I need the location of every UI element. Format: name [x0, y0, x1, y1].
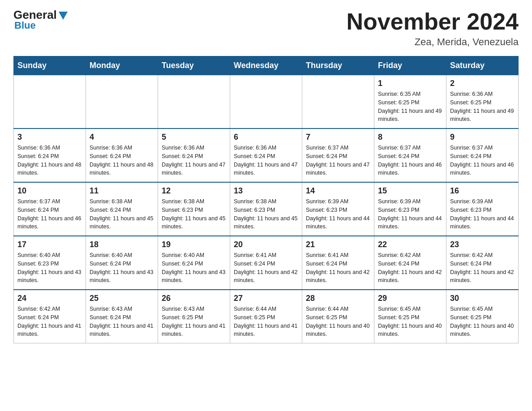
calendar-cell: 3Sunrise: 6:36 AMSunset: 6:24 PMDaylight… [14, 128, 86, 182]
day-header-row: Sunday Monday Tuesday Wednesday Thursday… [14, 56, 519, 75]
day-info: Sunrise: 6:37 AMSunset: 6:24 PMDaylight:… [17, 197, 82, 231]
day-info: Sunrise: 6:38 AMSunset: 6:24 PMDaylight:… [90, 197, 154, 231]
day-number: 6 [234, 133, 298, 142]
calendar-cell: 30Sunrise: 6:45 AMSunset: 6:25 PMDayligh… [446, 290, 519, 343]
day-number: 21 [306, 240, 370, 249]
day-info: Sunrise: 6:35 AMSunset: 6:25 PMDaylight:… [378, 90, 442, 124]
calendar-week-row: 17Sunrise: 6:40 AMSunset: 6:23 PMDayligh… [14, 236, 519, 290]
day-info: Sunrise: 6:45 AMSunset: 6:25 PMDaylight:… [378, 305, 442, 338]
day-number: 4 [90, 133, 154, 142]
calendar-cell: 2Sunrise: 6:36 AMSunset: 6:25 PMDaylight… [446, 75, 519, 129]
day-info: Sunrise: 6:42 AMSunset: 6:24 PMDaylight:… [378, 251, 442, 285]
day-number: 10 [17, 186, 82, 196]
calendar-cell: 10Sunrise: 6:37 AMSunset: 6:24 PMDayligh… [14, 182, 86, 236]
title-block: November 2024 Zea, Merida, Venezuela [347, 9, 519, 48]
day-info: Sunrise: 6:37 AMSunset: 6:24 PMDaylight:… [306, 144, 370, 177]
col-sunday: Sunday [14, 56, 86, 75]
calendar-cell: 25Sunrise: 6:43 AMSunset: 6:24 PMDayligh… [86, 290, 158, 343]
calendar-cell: 4Sunrise: 6:36 AMSunset: 6:24 PMDaylight… [86, 128, 158, 182]
col-friday: Friday [374, 56, 446, 75]
day-info: Sunrise: 6:41 AMSunset: 6:24 PMDaylight:… [234, 251, 298, 285]
calendar-cell: 21Sunrise: 6:41 AMSunset: 6:24 PMDayligh… [302, 236, 374, 290]
day-number: 7 [306, 133, 370, 142]
calendar-cell [86, 75, 158, 129]
day-number: 5 [162, 133, 226, 142]
day-info: Sunrise: 6:44 AMSunset: 6:25 PMDaylight:… [234, 305, 298, 338]
calendar-body: 1Sunrise: 6:35 AMSunset: 6:25 PMDaylight… [14, 75, 519, 343]
day-info: Sunrise: 6:38 AMSunset: 6:23 PMDaylight:… [234, 197, 298, 231]
col-monday: Monday [86, 56, 158, 75]
calendar-table: Sunday Monday Tuesday Wednesday Thursday… [13, 56, 519, 343]
day-info: Sunrise: 6:39 AMSunset: 6:23 PMDaylight:… [378, 197, 442, 231]
calendar-cell: 13Sunrise: 6:38 AMSunset: 6:23 PMDayligh… [230, 182, 302, 236]
calendar-cell: 6Sunrise: 6:36 AMSunset: 6:24 PMDaylight… [230, 128, 302, 182]
calendar-cell: 16Sunrise: 6:39 AMSunset: 6:23 PMDayligh… [446, 182, 519, 236]
day-info: Sunrise: 6:39 AMSunset: 6:23 PMDaylight:… [450, 197, 515, 231]
calendar-week-row: 3Sunrise: 6:36 AMSunset: 6:24 PMDaylight… [14, 128, 519, 182]
day-info: Sunrise: 6:38 AMSunset: 6:23 PMDaylight:… [162, 197, 226, 231]
day-number: 27 [234, 294, 298, 303]
calendar-cell: 15Sunrise: 6:39 AMSunset: 6:23 PMDayligh… [374, 182, 446, 236]
calendar-week-row: 24Sunrise: 6:42 AMSunset: 6:24 PMDayligh… [14, 290, 519, 343]
day-number: 12 [162, 186, 226, 196]
logo-arrow-icon [59, 12, 68, 20]
day-info: Sunrise: 6:43 AMSunset: 6:24 PMDaylight:… [90, 305, 154, 338]
calendar-cell: 11Sunrise: 6:38 AMSunset: 6:24 PMDayligh… [86, 182, 158, 236]
day-number: 22 [378, 240, 442, 249]
calendar-cell [158, 75, 230, 129]
calendar-cell: 14Sunrise: 6:39 AMSunset: 6:23 PMDayligh… [302, 182, 374, 236]
day-number: 18 [90, 240, 154, 249]
col-tuesday: Tuesday [158, 56, 230, 75]
calendar-cell: 8Sunrise: 6:37 AMSunset: 6:24 PMDaylight… [374, 128, 446, 182]
day-info: Sunrise: 6:36 AMSunset: 6:24 PMDaylight:… [90, 144, 154, 177]
day-info: Sunrise: 6:36 AMSunset: 6:25 PMDaylight:… [450, 90, 515, 124]
calendar-cell: 26Sunrise: 6:43 AMSunset: 6:25 PMDayligh… [158, 290, 230, 343]
day-info: Sunrise: 6:40 AMSunset: 6:23 PMDaylight:… [17, 251, 82, 285]
calendar-cell [230, 75, 302, 129]
day-info: Sunrise: 6:43 AMSunset: 6:25 PMDaylight:… [162, 305, 226, 338]
calendar-cell: 17Sunrise: 6:40 AMSunset: 6:23 PMDayligh… [14, 236, 86, 290]
day-number: 25 [90, 294, 154, 303]
calendar-cell: 29Sunrise: 6:45 AMSunset: 6:25 PMDayligh… [374, 290, 446, 343]
calendar-week-row: 10Sunrise: 6:37 AMSunset: 6:24 PMDayligh… [14, 182, 519, 236]
day-info: Sunrise: 6:40 AMSunset: 6:24 PMDaylight:… [90, 251, 154, 285]
month-title: November 2024 [347, 9, 519, 34]
day-number: 17 [17, 240, 82, 249]
logo-general: General [13, 9, 68, 21]
calendar-cell: 22Sunrise: 6:42 AMSunset: 6:24 PMDayligh… [374, 236, 446, 290]
day-info: Sunrise: 6:36 AMSunset: 6:24 PMDaylight:… [17, 144, 82, 177]
calendar-cell [302, 75, 374, 129]
day-number: 3 [17, 133, 82, 142]
day-number: 1 [378, 79, 442, 88]
day-number: 15 [378, 186, 442, 196]
day-number: 23 [450, 240, 515, 249]
day-number: 13 [234, 186, 298, 196]
day-number: 2 [450, 79, 515, 88]
calendar-cell: 19Sunrise: 6:40 AMSunset: 6:24 PMDayligh… [158, 236, 230, 290]
day-info: Sunrise: 6:42 AMSunset: 6:24 PMDaylight:… [17, 305, 82, 338]
calendar-cell: 28Sunrise: 6:44 AMSunset: 6:25 PMDayligh… [302, 290, 374, 343]
day-number: 16 [450, 186, 515, 196]
calendar-cell: 5Sunrise: 6:36 AMSunset: 6:24 PMDaylight… [158, 128, 230, 182]
day-number: 29 [378, 294, 442, 303]
day-info: Sunrise: 6:37 AMSunset: 6:24 PMDaylight:… [378, 144, 442, 177]
day-info: Sunrise: 6:37 AMSunset: 6:24 PMDaylight:… [450, 144, 515, 177]
day-number: 19 [162, 240, 226, 249]
calendar-week-row: 1Sunrise: 6:35 AMSunset: 6:25 PMDaylight… [14, 75, 519, 129]
calendar-cell: 24Sunrise: 6:42 AMSunset: 6:24 PMDayligh… [14, 290, 86, 343]
day-info: Sunrise: 6:36 AMSunset: 6:24 PMDaylight:… [234, 144, 298, 177]
calendar-cell: 7Sunrise: 6:37 AMSunset: 6:24 PMDaylight… [302, 128, 374, 182]
day-info: Sunrise: 6:41 AMSunset: 6:24 PMDaylight:… [306, 251, 370, 285]
calendar-cell: 18Sunrise: 6:40 AMSunset: 6:24 PMDayligh… [86, 236, 158, 290]
calendar-header: Sunday Monday Tuesday Wednesday Thursday… [14, 56, 519, 75]
calendar-cell [14, 75, 86, 129]
col-thursday: Thursday [302, 56, 374, 75]
day-info: Sunrise: 6:36 AMSunset: 6:24 PMDaylight:… [162, 144, 226, 177]
day-info: Sunrise: 6:40 AMSunset: 6:24 PMDaylight:… [162, 251, 226, 285]
day-number: 14 [306, 186, 370, 196]
logo: General Blue [13, 9, 68, 30]
page-header: General Blue November 2024 Zea, Merida, … [13, 9, 519, 48]
calendar-cell: 23Sunrise: 6:42 AMSunset: 6:24 PMDayligh… [446, 236, 519, 290]
calendar-cell: 12Sunrise: 6:38 AMSunset: 6:23 PMDayligh… [158, 182, 230, 236]
day-number: 20 [234, 240, 298, 249]
